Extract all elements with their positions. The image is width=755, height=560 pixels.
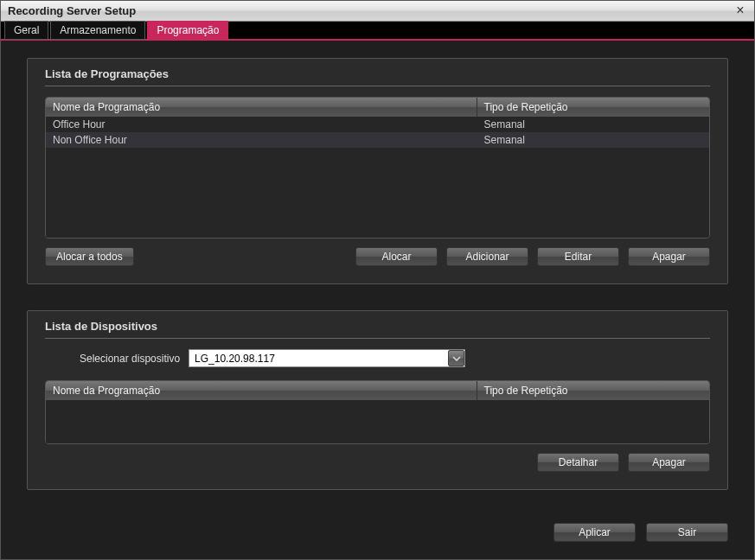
content-area: Lista de Programações Nome da Programaçã… [1, 41, 754, 514]
titlebar: Recording Server Setup × [1, 1, 754, 22]
recording-server-setup-window: Recording Server Setup × Geral Armazenam… [0, 0, 755, 560]
apply-button[interactable]: Aplicar [553, 523, 636, 542]
window-title: Recording Server Setup [8, 4, 136, 17]
delete-button[interactable]: Apagar [628, 247, 710, 266]
table-row[interactable]: Non Office Hour Semanal [46, 132, 709, 148]
cell-name: Office Hour [46, 117, 477, 132]
device-list-title: Lista de Dispositivos [45, 320, 710, 339]
tabbar: Geral Armazenamento Programação [1, 22, 754, 41]
tab-storage[interactable]: Armazenamento [50, 21, 145, 40]
exit-button[interactable]: Sair [646, 523, 728, 542]
schedule-table-body: Office Hour Semanal Non Office Hour Sema… [46, 117, 709, 238]
detail-button[interactable]: Detalhar [537, 453, 619, 472]
edit-button[interactable]: Editar [537, 247, 619, 266]
tab-schedule[interactable]: Programação [147, 21, 228, 40]
device-buttons: Detalhar Apagar [45, 453, 710, 472]
device-col-type: Tipo de Repetição [477, 381, 709, 400]
schedule-table-header: Nome da Programação Tipo de Repetição [46, 98, 709, 117]
delete-device-schedule-button[interactable]: Apagar [628, 453, 710, 472]
schedule-buttons: Alocar a todos Alocar Adicionar Editar A… [45, 247, 710, 266]
table-row[interactable]: Office Hour Semanal [46, 117, 709, 132]
schedule-col-name: Nome da Programação [46, 98, 477, 117]
cell-type: Semanal [477, 117, 709, 132]
device-select-row: Selecionar dispositivo [45, 349, 710, 367]
cell-type: Semanal [477, 132, 709, 148]
device-schedule-table: Nome da Programação Tipo de Repetição [45, 380, 710, 444]
device-select[interactable] [189, 349, 465, 367]
schedule-list-title: Lista de Programações [45, 67, 710, 86]
device-select-label: Selecionar dispositivo [80, 353, 180, 365]
add-button[interactable]: Adicionar [446, 247, 528, 266]
device-select-wrap [189, 349, 465, 367]
device-table-body [46, 400, 709, 443]
device-table-header: Nome da Programação Tipo de Repetição [46, 381, 709, 400]
schedule-col-type: Tipo de Repetição [477, 98, 709, 117]
close-icon[interactable]: × [733, 4, 747, 18]
device-list-panel: Lista de Dispositivos Selecionar disposi… [27, 310, 728, 490]
cell-name: Non Office Hour [46, 132, 477, 148]
device-col-name: Nome da Programação [46, 381, 477, 400]
footer-buttons: Aplicar Sair [1, 514, 754, 559]
allocate-button[interactable]: Alocar [355, 247, 438, 266]
schedule-table: Nome da Programação Tipo de Repetição Of… [45, 97, 710, 239]
tab-general[interactable]: Geral [4, 21, 48, 40]
schedule-list-panel: Lista de Programações Nome da Programaçã… [27, 58, 728, 284]
allocate-all-button[interactable]: Alocar a todos [45, 247, 134, 266]
